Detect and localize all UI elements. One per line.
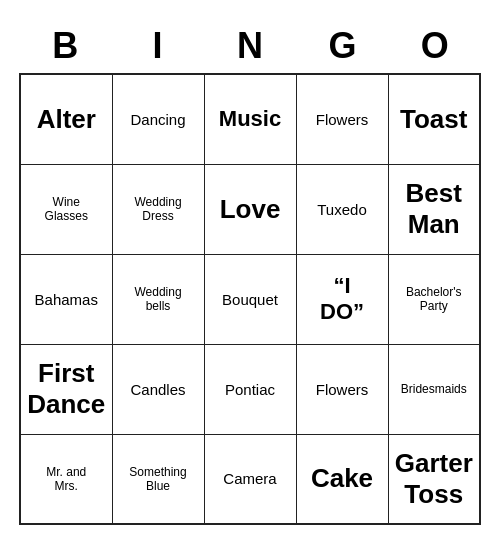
cell-r0-c1: Dancing — [112, 74, 204, 164]
cell-r0-c4: Toast — [388, 74, 480, 164]
cell-r0-c0: Alter — [20, 74, 112, 164]
cell-r1-c0: Wine Glasses — [20, 164, 112, 254]
header-n: N — [204, 19, 296, 73]
cell-r1-c1: Wedding Dress — [112, 164, 204, 254]
header-b: B — [19, 19, 111, 73]
header-g: G — [296, 19, 388, 73]
cell-r4-c1: Something Blue — [112, 434, 204, 524]
cell-r2-c4: Bachelor's Party — [388, 254, 480, 344]
cell-r1-c4: Best Man — [388, 164, 480, 254]
cell-r3-c2: Pontiac — [204, 344, 296, 434]
cell-r4-c2: Camera — [204, 434, 296, 524]
cell-r4-c3: Cake — [296, 434, 388, 524]
cell-r4-c4: Garter Toss — [388, 434, 480, 524]
cell-r1-c3: Tuxedo — [296, 164, 388, 254]
cell-r1-c2: Love — [204, 164, 296, 254]
cell-r3-c3: Flowers — [296, 344, 388, 434]
cell-r0-c3: Flowers — [296, 74, 388, 164]
cell-r4-c0: Mr. and Mrs. — [20, 434, 112, 524]
cell-r2-c1: Wedding bells — [112, 254, 204, 344]
cell-r2-c0: Bahamas — [20, 254, 112, 344]
bingo-grid: AlterDancingMusicFlowersToastWine Glasse… — [19, 73, 481, 525]
cell-r0-c2: Music — [204, 74, 296, 164]
bingo-header: B I N G O — [19, 19, 481, 73]
cell-r2-c3: “I DO” — [296, 254, 388, 344]
cell-r3-c1: Candles — [112, 344, 204, 434]
header-i: I — [111, 19, 203, 73]
header-o: O — [389, 19, 481, 73]
cell-r3-c4: Bridesmaids — [388, 344, 480, 434]
cell-r3-c0: First Dance — [20, 344, 112, 434]
cell-r2-c2: Bouquet — [204, 254, 296, 344]
